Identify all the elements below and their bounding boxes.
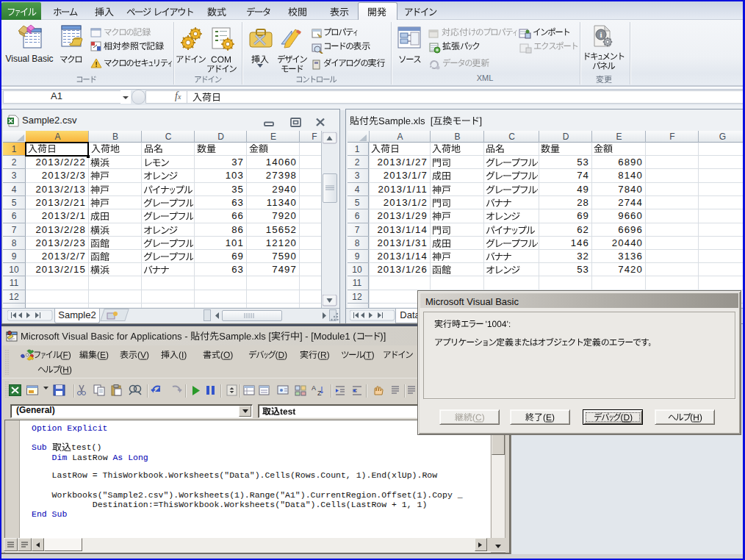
svg-text:Z: Z bbox=[317, 390, 322, 397]
svg-text:i: i bbox=[600, 30, 602, 39]
svg-text:A: A bbox=[312, 384, 316, 392]
